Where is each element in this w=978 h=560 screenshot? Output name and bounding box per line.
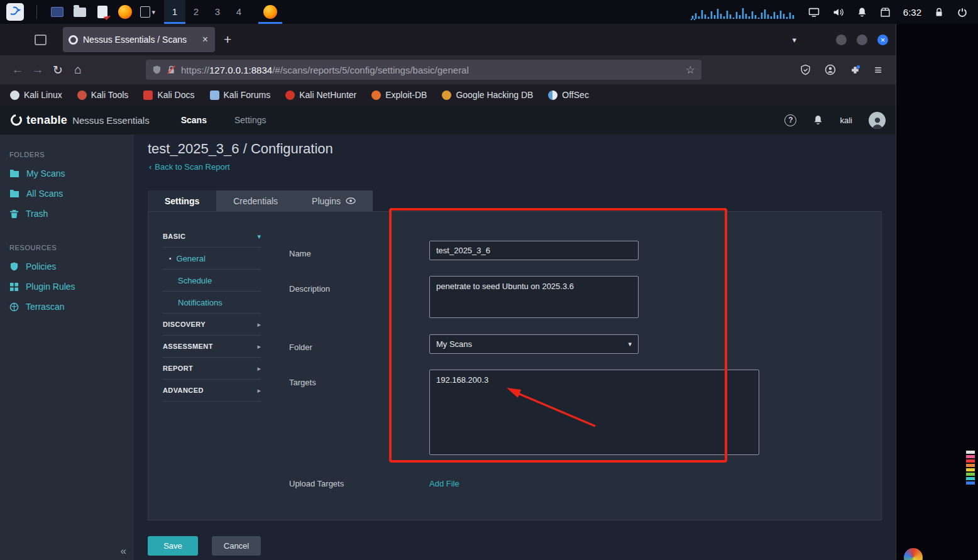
bookmark-star-icon[interactable]: ☆ — [686, 63, 695, 77]
settings-item-schedule[interactable]: Schedule — [163, 270, 261, 292]
sidebar-item-my-scans[interactable]: My Scans — [0, 163, 134, 184]
name-field[interactable] — [429, 241, 639, 260]
terminal-dropdown-icon[interactable]: ▾ — [151, 8, 155, 16]
kali-linux-icon — [10, 91, 19, 100]
bookmark-google-hacking-db[interactable]: Google Hacking DB — [442, 90, 533, 100]
window-app-icon[interactable] — [50, 4, 65, 19]
targets-field[interactable]: 192.168.200.3 — [429, 370, 759, 455]
firefox-launcher-icon[interactable] — [118, 4, 133, 19]
new-tab-button[interactable]: + — [224, 32, 231, 47]
cancel-button[interactable]: Cancel — [212, 536, 261, 556]
tenable-logo-icon — [10, 114, 23, 126]
privacy-badge-icon[interactable] — [800, 64, 811, 75]
save-button[interactable]: Save — [148, 536, 198, 556]
settings-group-advanced[interactable]: ADVANCED ▸ — [163, 380, 261, 402]
firefox-view-icon[interactable] — [35, 35, 47, 45]
trash-icon — [9, 209, 19, 219]
sidebar-item-plugin-rules[interactable]: Plugin Rules — [0, 277, 134, 297]
notifications-bell-icon[interactable] — [857, 7, 867, 18]
firefox-taskbar-window-icon[interactable] — [258, 0, 282, 24]
workspace-2[interactable]: 2 — [185, 0, 207, 24]
add-file-link[interactable]: Add File — [429, 479, 459, 488]
updates-package-icon[interactable] — [880, 7, 891, 18]
file-manager-icon[interactable] — [72, 4, 87, 19]
workspace-1[interactable]: 1 — [164, 0, 185, 24]
back-to-scan-report-link[interactable]: ‹ Back to Scan Report — [149, 162, 230, 172]
nessus-bell-icon[interactable] — [813, 114, 823, 126]
folder-selected-value: My Scans — [436, 339, 472, 349]
description-label: Description — [289, 284, 330, 294]
product-name: Nessus Essentials — [72, 115, 150, 126]
volume-icon[interactable] — [832, 7, 844, 18]
url-text[interactable]: https://127.0.0.1:8834/#/scans/reports/5… — [181, 65, 681, 75]
bookmark-kali-linux[interactable]: Kali Linux — [10, 90, 62, 100]
bookmark-kali-tools[interactable]: Kali Tools — [77, 90, 129, 100]
group-label: ASSESSMENT — [163, 343, 213, 350]
minimize-button[interactable] — [836, 35, 847, 45]
list-all-tabs-icon[interactable]: ▾ — [792, 35, 796, 45]
config-tabs: Settings Credentials Plugins — [148, 190, 373, 211]
home-button[interactable]: ⌂ — [68, 63, 88, 77]
nessus-main: test_2025_3_6 / Configuration ‹ Back to … — [134, 135, 895, 560]
settings-item-general[interactable]: •General — [163, 248, 261, 270]
workspace-4[interactable]: 4 — [228, 0, 250, 24]
insecure-lock-icon[interactable] — [167, 65, 176, 75]
item-label: General — [177, 254, 206, 263]
kali-docs-icon — [143, 91, 153, 100]
group-label: DISCOVERY — [163, 321, 206, 328]
firefox-window: Nessus Essentials / Scans × + ▾ × ← → ↻ … — [0, 24, 896, 560]
tab-settings[interactable]: Settings — [148, 190, 216, 211]
bookmark-kali-forums[interactable]: Kali Forums — [210, 90, 271, 100]
sidebar-collapse-icon[interactable]: « — [121, 545, 126, 557]
hamburger-menu-icon[interactable]: ≡ — [874, 63, 882, 77]
back-button[interactable]: ← — [8, 63, 28, 77]
bookmark-offsec[interactable]: OffSec — [548, 90, 589, 100]
settings-group-assessment[interactable]: ASSESSMENT ▸ — [163, 336, 261, 358]
reload-button[interactable]: ↻ — [48, 63, 68, 77]
terminal-launcher-icon[interactable]: ▾ — [140, 4, 155, 19]
sidebar-item-all-scans[interactable]: All Scans — [0, 184, 134, 204]
sidebar-item-terrascan[interactable]: Terrascan — [0, 297, 134, 317]
item-label: Schedule — [178, 276, 212, 285]
lock-screen-icon[interactable] — [934, 7, 944, 18]
nav-scans[interactable]: Scans — [181, 115, 207, 125]
settings-item-notifications[interactable]: Notifications — [163, 292, 261, 314]
screen: ▾ 1 2 3 4 6:32 Ne — [0, 0, 978, 560]
folder-select[interactable]: My Scans ▾ — [429, 334, 639, 354]
display-icon[interactable] — [808, 7, 820, 18]
bookmark-exploit-db[interactable]: Exploit-DB — [371, 90, 427, 100]
clock[interactable]: 6:32 — [903, 7, 921, 18]
back-chevron-icon: ‹ — [149, 162, 151, 172]
logout-power-icon[interactable] — [957, 7, 968, 18]
help-icon[interactable]: ? — [784, 114, 796, 126]
extensions-puzzle-icon[interactable] — [850, 65, 860, 75]
workspace-3[interactable]: 3 — [207, 0, 228, 24]
kali-nethunter-icon — [285, 91, 295, 100]
close-window-button[interactable]: × — [877, 35, 888, 45]
bookmark-kali-nethunter[interactable]: Kali NetHunter — [285, 90, 356, 100]
nav-right-icons: ≡ — [800, 63, 882, 77]
url-bar[interactable]: https://127.0.0.1:8834/#/scans/reports/5… — [146, 60, 701, 80]
maximize-button[interactable] — [857, 35, 867, 45]
forward-button[interactable]: → — [28, 63, 48, 77]
browser-tab-active[interactable]: Nessus Essentials / Scans × — [63, 27, 215, 52]
sidebar-item-policies[interactable]: Policies — [0, 256, 134, 277]
text-editor-icon[interactable] — [95, 4, 110, 19]
user-avatar[interactable] — [869, 112, 886, 129]
kali-menu-icon[interactable] — [6, 3, 24, 21]
bookmark-kali-docs[interactable]: Kali Docs — [143, 90, 194, 100]
user-name[interactable]: kali — [840, 116, 852, 125]
exploit-db-icon — [371, 91, 381, 100]
tab-close-icon[interactable]: × — [201, 34, 209, 45]
sidebar-item-trash[interactable]: Trash — [0, 204, 134, 224]
account-icon[interactable] — [825, 64, 836, 75]
tracking-shield-icon[interactable] — [152, 65, 162, 75]
settings-group-report[interactable]: REPORT ▸ — [163, 358, 261, 380]
tab-plugins[interactable]: Plugins — [295, 190, 373, 211]
tab-credentials[interactable]: Credentials — [216, 190, 295, 211]
system-monitor-graph[interactable] — [690, 4, 797, 20]
settings-group-basic[interactable]: BASIC ▾ — [163, 226, 261, 248]
description-field[interactable]: penetrate to seed Ubuntu on 2025.3.6 — [429, 276, 639, 318]
nav-settings[interactable]: Settings — [234, 115, 266, 125]
settings-group-discovery[interactable]: DISCOVERY ▸ — [163, 314, 261, 336]
